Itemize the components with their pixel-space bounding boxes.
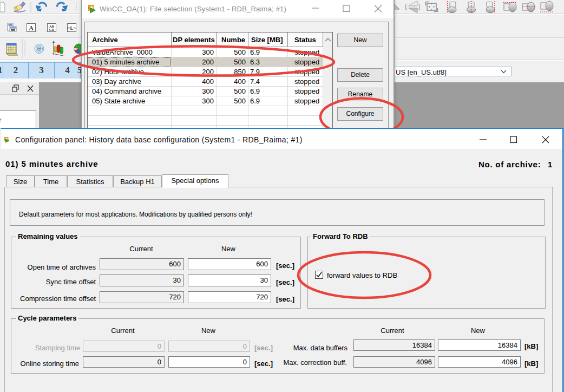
- svg-text:CD: CD: [49, 28, 55, 31]
- svg-text:A: A: [29, 24, 34, 32]
- svg-text:<L>: <L>: [67, 25, 76, 31]
